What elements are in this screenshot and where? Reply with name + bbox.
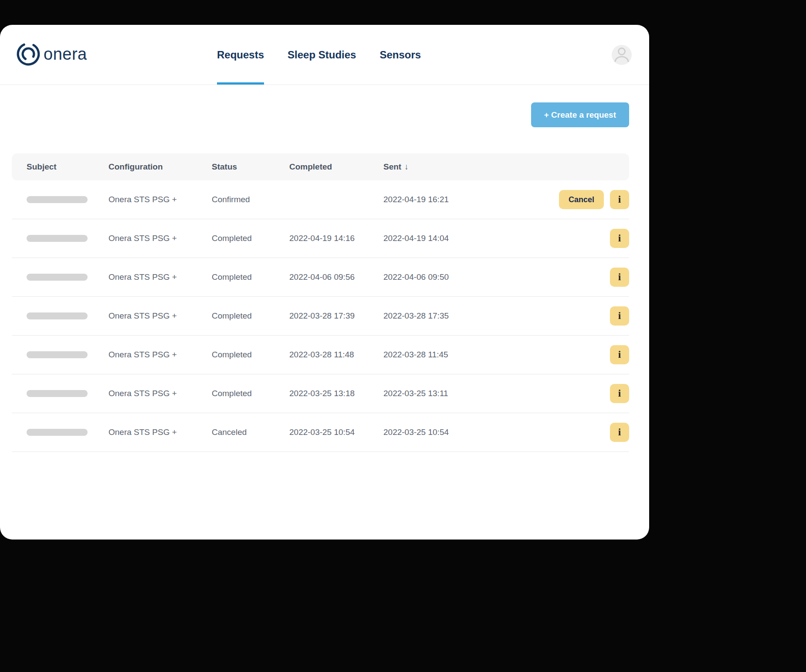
completed-cell: 2022-03-28 11:48 [289, 350, 383, 360]
cancel-button[interactable]: Cancel [559, 190, 604, 209]
subject-placeholder [27, 235, 88, 242]
configuration-cell: Onera STS PSG + [108, 311, 212, 321]
column-header-configuration: Configuration [108, 162, 212, 172]
configuration-cell: Onera STS PSG + [108, 195, 212, 204]
sent-cell: 2022-03-25 13:11 [383, 389, 610, 398]
column-header-sent[interactable]: Sent ↓ [383, 162, 629, 172]
table-row: Onera STS PSG + Completed 2022-03-28 17:… [12, 297, 629, 336]
subject-placeholder [27, 351, 88, 358]
table-header-row: Subject Configuration Status Completed S… [12, 153, 629, 180]
subject-placeholder [27, 429, 88, 436]
info-icon[interactable]: i [610, 345, 629, 364]
user-avatar[interactable] [612, 45, 632, 65]
table-row: Onera STS PSG + Confirmed 2022-04-19 16:… [12, 180, 629, 219]
status-cell: Completed [212, 234, 289, 243]
sent-cell: 2022-03-28 11:45 [383, 350, 610, 360]
completed-cell: 2022-03-25 10:54 [289, 428, 383, 437]
table-row: Onera STS PSG + Completed 2022-03-25 13:… [12, 374, 629, 413]
info-icon[interactable]: i [610, 268, 629, 287]
main-nav: Requests Sleep Studies Sensors [217, 25, 421, 85]
configuration-cell: Onera STS PSG + [108, 234, 212, 243]
status-cell: Completed [212, 272, 289, 282]
status-cell: Completed [212, 311, 289, 321]
main-card: onera Requests Sleep Studies Sensors + C… [0, 25, 649, 540]
info-icon[interactable]: i [610, 423, 629, 442]
column-header-subject: Subject [27, 162, 108, 172]
table-row: Onera STS PSG + Completed 2022-04-06 09:… [12, 258, 629, 297]
completed-cell: 2022-04-19 14:16 [289, 234, 383, 243]
table-row: Onera STS PSG + Completed 2022-03-28 11:… [12, 336, 629, 374]
sent-cell: 2022-04-19 14:04 [383, 234, 610, 243]
info-icon[interactable]: i [610, 190, 629, 209]
create-request-button[interactable]: + Create a request [531, 102, 629, 127]
completed-cell: 2022-04-06 09:56 [289, 272, 383, 282]
tab-sensors[interactable]: Sensors [379, 25, 421, 85]
requests-table: Subject Configuration Status Completed S… [12, 153, 629, 452]
subject-placeholder [27, 274, 88, 281]
sent-cell: 2022-04-06 09:50 [383, 272, 610, 282]
app-header: onera Requests Sleep Studies Sensors [0, 25, 649, 85]
configuration-cell: Onera STS PSG + [108, 428, 212, 437]
subject-placeholder [27, 312, 88, 319]
column-header-status: Status [212, 162, 289, 172]
tab-sleep-studies[interactable]: Sleep Studies [288, 25, 356, 85]
sent-cell: 2022-04-19 16:21 [383, 195, 559, 204]
configuration-cell: Onera STS PSG + [108, 350, 212, 360]
info-icon[interactable]: i [610, 229, 629, 248]
info-icon[interactable]: i [610, 384, 629, 403]
column-header-completed: Completed [289, 162, 383, 172]
configuration-cell: Onera STS PSG + [108, 272, 212, 282]
configuration-cell: Onera STS PSG + [108, 389, 212, 398]
subject-placeholder [27, 196, 88, 203]
brand-name: onera [44, 46, 87, 64]
status-cell: Confirmed [212, 195, 289, 204]
tab-requests[interactable]: Requests [217, 25, 264, 85]
onera-ring-logo-icon [16, 41, 41, 68]
subject-placeholder [27, 390, 88, 397]
sent-header-label: Sent [383, 162, 401, 172]
brand-logo[interactable]: onera [16, 41, 87, 68]
person-icon [612, 44, 632, 66]
table-row: Onera STS PSG + Canceled 2022-03-25 10:5… [12, 413, 629, 452]
status-cell: Completed [212, 350, 289, 360]
sent-cell: 2022-03-28 17:35 [383, 311, 610, 321]
completed-cell: 2022-03-28 17:39 [289, 311, 383, 321]
completed-cell: 2022-03-25 13:18 [289, 389, 383, 398]
status-cell: Completed [212, 389, 289, 398]
status-cell: Canceled [212, 428, 289, 437]
sent-cell: 2022-03-25 10:54 [383, 428, 610, 437]
sort-desc-icon: ↓ [404, 162, 409, 172]
table-row: Onera STS PSG + Completed 2022-04-19 14:… [12, 219, 629, 258]
info-icon[interactable]: i [610, 306, 629, 326]
